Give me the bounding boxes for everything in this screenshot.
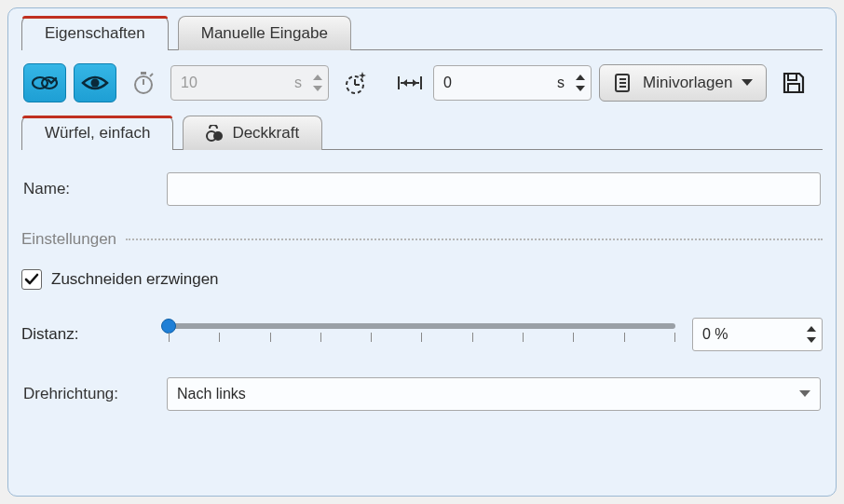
slider-track [169, 323, 675, 329]
divider [126, 238, 823, 240]
tab-wuerfel-einfach[interactable]: Würfel, einfach [21, 116, 173, 150]
offset-icon-button[interactable] [394, 63, 426, 102]
slider-thumb[interactable] [161, 319, 176, 334]
duration-value: 10 [181, 75, 289, 91]
sub-tabs: Würfel, einfach Deckkraft [21, 116, 823, 150]
spin-down[interactable] [311, 83, 324, 94]
force-crop-label: Zuschneiden erzwingen [51, 270, 219, 289]
chevron-down-icon [799, 390, 810, 398]
distance-value-field[interactable]: 0 % [692, 318, 823, 351]
direction-select[interactable]: Nach links [167, 377, 821, 411]
tab-label: Würfel, einfach [45, 124, 150, 143]
properties-panel: Eigenschaften Manuelle Eingabe [7, 7, 837, 497]
save-icon [781, 70, 807, 96]
settings-header-label: Einstellungen [21, 230, 116, 249]
svg-point-20 [213, 131, 223, 141]
spin-up[interactable] [805, 323, 818, 334]
mini-templates-label: Minivorlagen [643, 74, 732, 92]
spin-down[interactable] [574, 83, 587, 94]
direction-label: Drehrichtung: [23, 385, 154, 403]
offset-value: 0 [443, 75, 551, 91]
distance-row: Distanz: 0 % [21, 316, 823, 353]
template-icon [613, 73, 633, 93]
name-input[interactable] [167, 172, 821, 206]
link-eye-icon [32, 74, 58, 92]
main-tabs: Eigenschaften Manuelle Eingabe [21, 16, 823, 50]
spin-up[interactable] [311, 72, 324, 83]
tab-label: Eigenschaften [45, 24, 145, 43]
offset-field[interactable]: 0 s [433, 65, 592, 101]
opacity-icon [206, 125, 225, 142]
direction-value: Nach links [177, 386, 799, 402]
name-row: Name: [21, 167, 823, 211]
mini-templates-button[interactable]: Minivorlagen [599, 64, 767, 102]
name-label: Name: [23, 180, 154, 198]
svg-point-2 [91, 79, 100, 88]
distance-slider[interactable] [169, 316, 675, 353]
duration-unit: s [294, 75, 302, 91]
stopwatch-button[interactable] [124, 63, 163, 102]
tab-label: Deckkraft [232, 124, 299, 143]
distance-spinner[interactable] [805, 323, 818, 346]
spin-down[interactable] [805, 334, 818, 346]
tab-manuelle-eingabe[interactable]: Manuelle Eingabe [178, 16, 351, 50]
check-icon [24, 273, 39, 286]
settings-header: Einstellungen [21, 230, 823, 249]
checkbox-box [21, 269, 42, 290]
tab-deckkraft[interactable]: Deckkraft [183, 116, 322, 150]
chevron-down-icon [742, 79, 753, 87]
double-arrow-icon [396, 74, 424, 92]
stopwatch-icon [130, 70, 157, 96]
tab-label: Manuelle Eingabe [201, 24, 328, 43]
distance-value: 0 % [702, 326, 805, 343]
direction-row: Drehrichtung: Nach links [21, 372, 823, 416]
duration-field[interactable]: 10 s [170, 65, 329, 101]
force-crop-checkbox[interactable]: Zuschneiden erzwingen [21, 269, 823, 290]
save-button[interactable] [774, 63, 813, 102]
spin-up[interactable] [574, 72, 587, 83]
clock-sparkle-icon [342, 69, 370, 97]
visibility-link-button[interactable] [23, 63, 66, 102]
toolbar: 10 s 0 [21, 50, 823, 116]
eye-icon [81, 74, 109, 92]
offset-unit: s [557, 75, 565, 91]
svg-rect-5 [141, 72, 146, 75]
slider-ticks [169, 333, 675, 346]
tab-eigenschaften[interactable]: Eigenschaften [21, 16, 169, 50]
duration-spinner[interactable] [311, 72, 324, 94]
visibility-button[interactable] [74, 63, 116, 102]
distance-label: Distanz: [21, 325, 152, 344]
svg-rect-18 [788, 84, 799, 92]
svg-line-6 [150, 74, 153, 76]
reset-time-button[interactable] [336, 63, 375, 102]
offset-spinner[interactable] [574, 72, 587, 94]
